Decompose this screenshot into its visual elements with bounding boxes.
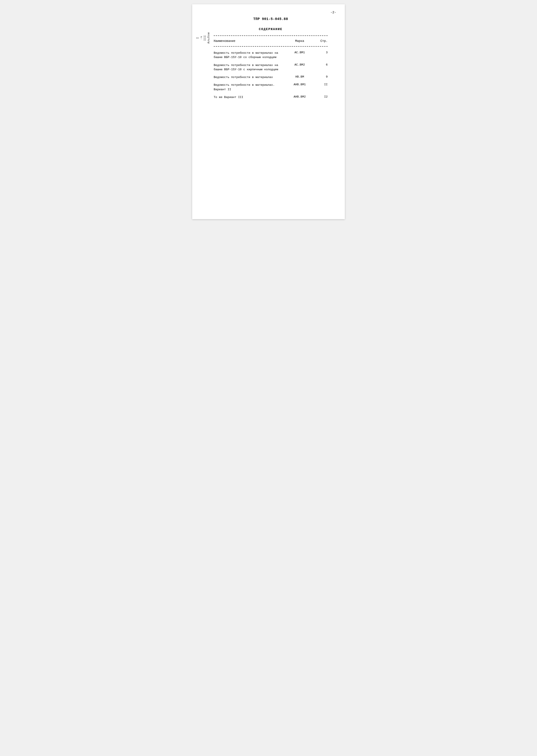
row-mark-3: НВ.ВМ <box>287 75 312 78</box>
row-page-2: 6 <box>312 63 328 66</box>
sidebar-line-2: ·ч <box>200 36 203 40</box>
table-row: Ведомость потребности в материалах НВ.ВМ… <box>214 73 328 80</box>
row-name-2: Ведомость потребности в материалах набаш… <box>214 63 287 72</box>
header-col-page: Стр. <box>312 39 328 43</box>
row-page-5: I2 <box>312 95 328 98</box>
sidebar-line-1: I <box>196 37 199 39</box>
row-page-1: 3 <box>312 51 328 54</box>
header-col-mark: Марка <box>287 39 312 43</box>
row-name-1: Ведомость потребности в материалах набаш… <box>214 51 287 60</box>
sidebar-line-3: III <box>203 35 207 41</box>
table-row: То же Вариант III АНВ.ВМ2 I2 <box>214 93 328 100</box>
row-name-3: Ведомость потребности в материалах <box>214 75 287 80</box>
row-page-3: 9 <box>312 75 328 78</box>
sidebar-line-4: Альбом <box>207 32 210 44</box>
sidebar-label: I ·ч III Альбом <box>196 32 210 44</box>
page-number: -2- <box>330 11 336 15</box>
row-page-4: II <box>312 83 328 86</box>
row-name-4: Ведомость потребности в материалах.Вариа… <box>214 83 287 92</box>
section-title: СОДЕРЖАНИЕ <box>214 27 328 31</box>
table-row: Ведомость потребности в материалах набаш… <box>214 48 328 60</box>
table-row: Ведомость потребности в материалах набаш… <box>214 60 328 73</box>
row-mark-2: АС.ВМ2 <box>287 63 312 66</box>
row-name-5: То же Вариант III <box>214 95 287 99</box>
header-col-name: Наименование <box>214 39 287 43</box>
table-header-row: Наименование Марка Стр. <box>214 38 328 45</box>
document-page: -2- I ·ч III Альбом ТПР 901-5-045.88 СОД… <box>192 4 345 219</box>
row-mark-4: АНВ.ВМ1 <box>287 83 312 86</box>
table-row: Ведомость потребности в материалах.Вариа… <box>214 80 328 93</box>
top-dash-line <box>214 35 328 36</box>
row-mark-1: АС.ВМ1 <box>287 51 312 54</box>
row-mark-5: АНВ.ВМ2 <box>287 95 312 98</box>
contents-table: Наименование Марка Стр. Ведомость потреб… <box>214 35 328 100</box>
bottom-header-dash-line <box>214 46 328 47</box>
document-title: ТПР 901-5-045.88 <box>214 17 328 21</box>
